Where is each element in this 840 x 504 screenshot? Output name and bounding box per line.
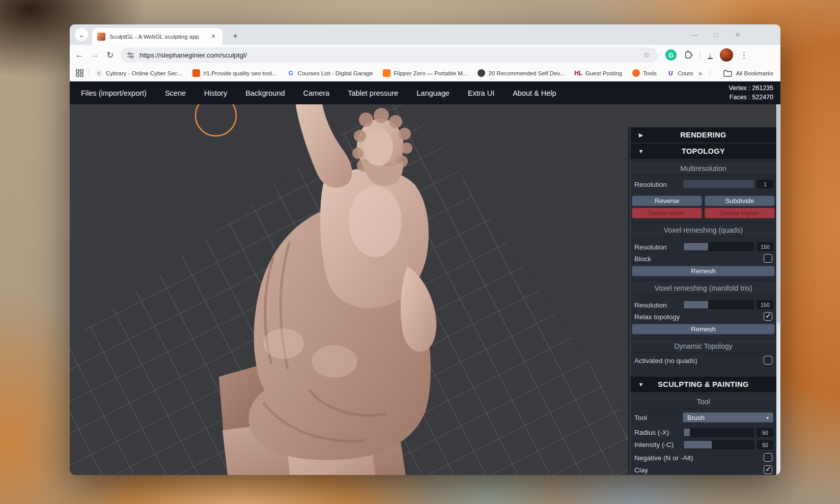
bookmark-item[interactable]: G Courses List - Digital Garage	[287, 69, 373, 77]
bookmark-label: Flipper Zero — Portable M...	[394, 70, 467, 76]
bookmark-star-icon[interactable]: ☆	[643, 50, 650, 60]
close-button[interactable]: ✕	[734, 31, 742, 39]
menu-item[interactable]: Camera	[300, 87, 333, 99]
multires-resolution-value: 1	[757, 180, 773, 188]
remesh-tris-button[interactable]: Remesh	[632, 324, 775, 334]
activated-checkbox[interactable]	[764, 356, 772, 365]
radius-label: Radius (-X)	[634, 429, 669, 436]
extensions-puzzle-icon[interactable]	[684, 50, 693, 60]
voxel-quads-resolution-value: 150	[757, 242, 773, 251]
grammarly-extension-icon[interactable]: G	[665, 49, 677, 61]
intensity-label: Intensity (-C)	[634, 441, 674, 449]
bookmarks-bar: C Cybrary - Online Cyber Sec... #1.Provi…	[70, 65, 780, 81]
clay-label: Clay	[634, 466, 648, 474]
bookmark-favicon-icon: C	[95, 69, 103, 77]
browser-menu-icon[interactable]: ⋮	[740, 50, 748, 60]
tool-label: Tool	[634, 414, 647, 422]
menu-item[interactable]: About & Help	[510, 87, 559, 99]
bookmarks-separator-2	[710, 69, 710, 77]
voxel-quads-resolution-label: Resolution	[634, 243, 667, 251]
menu-item[interactable]: Language	[413, 87, 453, 99]
menu-item[interactable]: Scene	[162, 87, 189, 99]
tab-favicon-icon	[97, 33, 105, 41]
topology-header[interactable]: ▼ TOPOLOGY	[630, 144, 776, 159]
tab-search-button[interactable]: ⌄	[75, 28, 88, 41]
sculpting-header[interactable]: ▼ SCULPTING & PAINTING	[630, 377, 776, 392]
voxel-quads-resolution-slider[interactable]	[683, 242, 754, 251]
tool-subheader: Tool	[630, 394, 776, 408]
radius-slider[interactable]	[683, 428, 754, 437]
bookmark-label: 20 Recommended Self Dev...	[488, 70, 564, 76]
bookmark-favicon-icon	[192, 69, 200, 77]
bookmark-label: #1.Provide quality seo tool...	[203, 70, 276, 76]
block-checkbox[interactable]	[764, 254, 772, 263]
bookmark-item[interactable]: 20 Recommended Self Dev...	[478, 69, 564, 77]
bookmark-label: Cybrary - Online Cyber Sec...	[106, 70, 182, 76]
multires-resolution-label: Resolution	[634, 181, 667, 188]
menu-item[interactable]: Background	[242, 87, 288, 99]
bookmark-item[interactable]: U Courses	[667, 69, 693, 77]
negative-label: Negative (N or -Alt)	[634, 454, 693, 462]
voxel-tris-resolution-label: Resolution	[634, 301, 667, 309]
profile-avatar[interactable]	[720, 48, 733, 62]
browser-tab[interactable]: SculptGL - A WebGL sculpting app ✕	[92, 28, 222, 45]
vertex-count: Vertex : 261235	[729, 83, 773, 93]
tab-title: SculptGL - A WebGL sculpting app	[109, 34, 205, 40]
subdivide-button[interactable]: Subdivide	[705, 195, 775, 206]
bookmark-label: Guest Posting	[585, 70, 622, 76]
all-bookmarks-button[interactable]: All Bookmarks	[723, 70, 774, 77]
menu-item[interactable]: History	[201, 87, 230, 99]
app-menubar: Files (import/export) Scene History Back…	[70, 81, 780, 104]
reload-icon[interactable]: ↻	[102, 50, 118, 61]
intensity-slider[interactable]	[683, 440, 754, 449]
radius-value: 50	[757, 428, 773, 437]
expanded-arrow-icon: ▼	[630, 381, 652, 387]
bookmarks-overflow-icon[interactable]: »	[698, 69, 703, 77]
multires-resolution-slider[interactable]	[683, 180, 754, 188]
menu-item[interactable]: Files (import/export)	[78, 87, 150, 99]
back-icon[interactable]: ←	[72, 50, 87, 60]
sculpting-title: SCULPTING & PAINTING	[652, 380, 755, 388]
maximize-button[interactable]: □	[712, 31, 720, 39]
bookmark-favicon-icon	[632, 69, 640, 77]
voxel-tris-resolution-slider[interactable]	[683, 300, 754, 309]
sculpt-viewport[interactable]: ▶ RENDERING ▼ TOPOLOGY Multiresolution R…	[70, 104, 780, 475]
bookmark-item[interactable]: Flipper Zero — Portable M...	[383, 69, 467, 77]
apps-grid-icon[interactable]	[76, 69, 83, 77]
tool-dropdown[interactable]: Brush ▾	[683, 412, 773, 423]
bookmark-item[interactable]: HL Guest Posting	[575, 69, 622, 77]
forward-icon[interactable]: →	[87, 50, 102, 60]
voxel-quads-subheader: Voxel remeshing (quads)	[630, 222, 776, 237]
bookmark-item[interactable]: #1.Provide quality seo tool...	[192, 69, 276, 77]
negative-checkbox[interactable]	[764, 453, 772, 462]
relax-topology-checkbox[interactable]	[764, 312, 772, 321]
bookmarks-separator	[89, 69, 89, 77]
menu-item[interactable]: Tablet pressure	[345, 87, 401, 99]
rendering-title: RENDERING	[652, 131, 755, 139]
browser-window: ⌄ SculptGL - A WebGL sculpting app ✕ + —…	[70, 24, 780, 475]
bookmark-item[interactable]: Tools	[632, 69, 657, 77]
scrollbar-thumb[interactable]	[777, 104, 780, 323]
relax-topology-label: Relax topology	[634, 313, 680, 321]
tab-close-icon[interactable]: ✕	[209, 33, 217, 40]
collapsed-arrow-icon: ▶	[630, 132, 652, 138]
block-label: Block	[634, 255, 651, 263]
page-scrollbar[interactable]	[776, 104, 780, 475]
menu-item[interactable]: Extra UI	[465, 87, 497, 99]
delete-lower-button[interactable]: Delete lower	[632, 208, 702, 218]
minimize-button[interactable]: —	[691, 31, 699, 39]
clay-checkbox[interactable]	[764, 465, 772, 474]
mesh-stats: Vertex : 261235 Faces : 522470	[729, 83, 773, 102]
new-tab-button[interactable]: +	[229, 30, 242, 43]
remesh-quads-button[interactable]: Remesh	[632, 266, 775, 276]
activated-label: Activated (no quads)	[634, 357, 697, 365]
address-bar[interactable]: ☆	[121, 47, 658, 63]
site-settings-icon[interactable]	[127, 51, 134, 59]
bookmark-favicon-icon	[478, 69, 485, 77]
reverse-button[interactable]: Reverse	[632, 195, 702, 206]
delete-higher-button[interactable]: Delete higher	[705, 208, 775, 218]
rendering-header[interactable]: ▶ RENDERING	[630, 127, 776, 143]
downloads-icon[interactable]: ↓	[708, 51, 713, 59]
url-input[interactable]	[139, 51, 643, 59]
bookmark-item[interactable]: C Cybrary - Online Cyber Sec...	[95, 69, 182, 77]
